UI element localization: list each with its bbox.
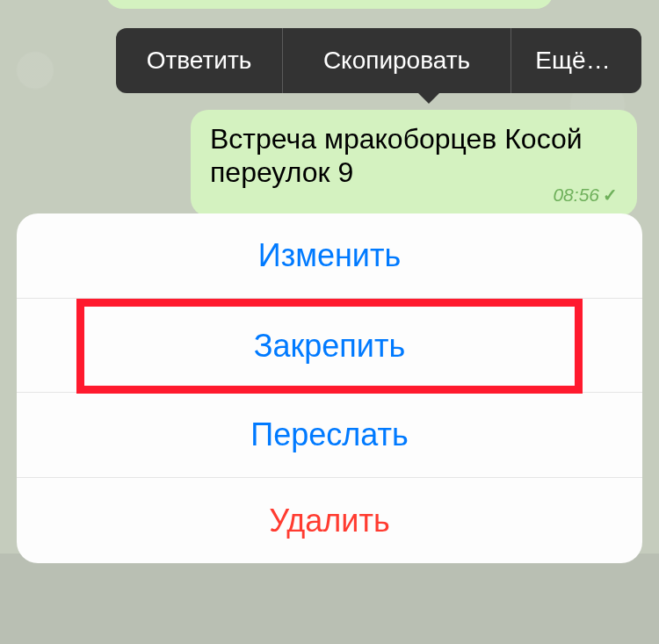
delete-action[interactable]: Удалить [17, 478, 642, 563]
copy-button[interactable]: Скопировать [283, 28, 511, 93]
outgoing-message-bubble[interactable]: Встреча мракоборцев Косой переулок 9 08:… [191, 110, 637, 216]
partial-previous-bubble [105, 0, 554, 9]
message-time: 08:56 [553, 185, 599, 206]
edit-action[interactable]: Изменить [17, 213, 642, 299]
reply-button[interactable]: Ответить [116, 28, 283, 93]
message-text: Встреча мракоборцев Косой переулок 9 [210, 122, 618, 190]
action-sheet: Изменить Закрепить Переслать Удалить [17, 213, 642, 563]
dim-overlay [0, 554, 659, 644]
forward-action[interactable]: Переслать [17, 393, 642, 478]
pin-action[interactable]: Закрепить [76, 299, 583, 394]
more-button[interactable]: Ещё… [511, 28, 634, 93]
message-context-toolbar: Ответить Скопировать Ещё… [116, 28, 641, 93]
sent-check-icon: ✓ [603, 185, 618, 206]
